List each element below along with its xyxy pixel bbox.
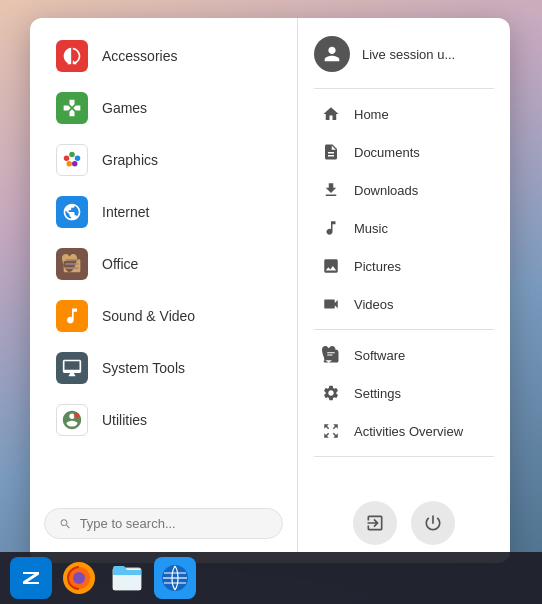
divider-1 [314, 88, 494, 89]
activities-label: Activities Overview [354, 424, 463, 439]
utilities-label: Utilities [102, 412, 147, 428]
sidebar-item-sound[interactable]: Sound & Video [36, 291, 291, 341]
search-icon [59, 517, 72, 531]
user-name: Live session u... [362, 47, 455, 62]
games-label: Games [102, 100, 147, 116]
videos-icon [320, 293, 342, 315]
home-icon [320, 103, 342, 125]
app-menu: Accessories Games Graphics Internet [30, 18, 510, 563]
sidebar-item-graphics[interactable]: Graphics [36, 135, 291, 185]
power-button[interactable] [411, 501, 455, 545]
graphics-label: Graphics [102, 152, 158, 168]
pictures-icon [320, 255, 342, 277]
internet-icon [56, 196, 88, 228]
divider-2 [314, 329, 494, 330]
right-item-activities[interactable]: Activities Overview [314, 413, 494, 449]
sound-label: Sound & Video [102, 308, 195, 324]
taskbar-item-files[interactable] [106, 557, 148, 599]
sidebar-item-accessories[interactable]: Accessories [36, 31, 291, 81]
svg-point-1 [69, 152, 75, 158]
downloads-icon [320, 179, 342, 201]
right-item-documents[interactable]: Documents [314, 134, 494, 170]
office-label: Office [102, 256, 138, 272]
taskbar-item-firefox[interactable] [58, 557, 100, 599]
taskbar-item-web[interactable] [154, 557, 196, 599]
svg-point-2 [75, 155, 81, 161]
downloads-label: Downloads [354, 183, 418, 198]
svg-rect-12 [113, 570, 141, 575]
system-icon [56, 352, 88, 384]
action-buttons [314, 491, 494, 549]
right-item-settings[interactable]: Settings [314, 375, 494, 411]
taskbar-item-zorin[interactable] [10, 557, 52, 599]
home-label: Home [354, 107, 389, 122]
svg-point-5 [74, 413, 80, 419]
right-item-music[interactable]: Music [314, 210, 494, 246]
office-icon [56, 248, 88, 280]
right-item-downloads[interactable]: Downloads [314, 172, 494, 208]
svg-point-9 [73, 572, 85, 584]
software-label: Software [354, 348, 405, 363]
accessories-icon [56, 40, 88, 72]
internet-label: Internet [102, 204, 149, 220]
search-input[interactable] [80, 516, 268, 531]
videos-label: Videos [354, 297, 394, 312]
music-icon [320, 217, 342, 239]
sound-icon [56, 300, 88, 332]
settings-label: Settings [354, 386, 401, 401]
right-item-home[interactable]: Home [314, 96, 494, 132]
right-item-software[interactable]: Software [314, 337, 494, 373]
sidebar-item-office[interactable]: Office [36, 239, 291, 289]
accessories-label: Accessories [102, 48, 177, 64]
utilities-icon [56, 404, 88, 436]
documents-label: Documents [354, 145, 420, 160]
left-panel: Accessories Games Graphics Internet [30, 18, 298, 563]
search-bar [44, 508, 283, 539]
right-item-videos[interactable]: Videos [314, 286, 494, 322]
activities-icon [320, 420, 342, 442]
sidebar-item-utilities[interactable]: Utilities [36, 395, 291, 445]
sidebar-item-games[interactable]: Games [36, 83, 291, 133]
right-panel: Live session u... Home Documents Downloa… [298, 18, 510, 563]
avatar [314, 36, 350, 72]
sidebar-item-internet[interactable]: Internet [36, 187, 291, 237]
svg-point-3 [67, 161, 73, 167]
taskbar [0, 552, 542, 604]
settings-icon [320, 382, 342, 404]
user-section[interactable]: Live session u... [314, 32, 494, 82]
documents-icon [320, 141, 342, 163]
logout-button[interactable] [353, 501, 397, 545]
music-label: Music [354, 221, 388, 236]
svg-point-0 [64, 155, 70, 161]
software-icon [320, 344, 342, 366]
sidebar-item-system[interactable]: System Tools [36, 343, 291, 393]
pictures-label: Pictures [354, 259, 401, 274]
graphics-icon [56, 144, 88, 176]
svg-point-4 [72, 161, 78, 167]
divider-3 [314, 456, 494, 457]
search-container [30, 498, 297, 551]
right-item-pictures[interactable]: Pictures [314, 248, 494, 284]
system-label: System Tools [102, 360, 185, 376]
games-icon [56, 92, 88, 124]
